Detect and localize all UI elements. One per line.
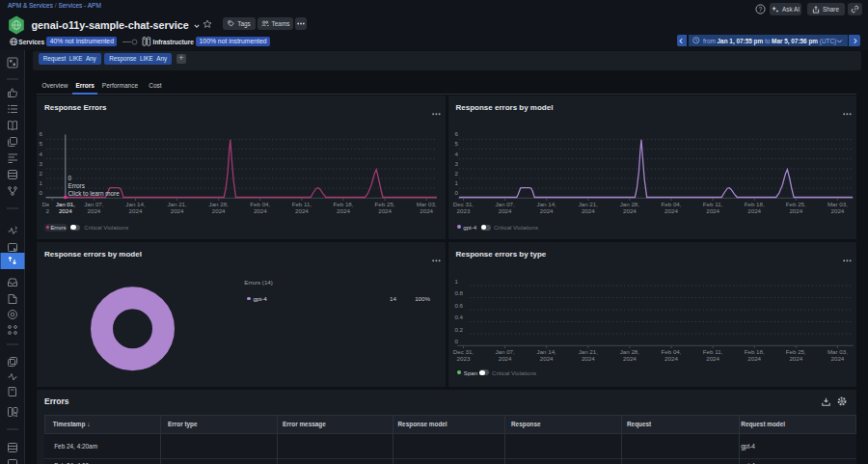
svg-text:0: 0	[68, 175, 72, 181]
svg-text:5: 5	[40, 140, 43, 147]
svg-text:0: 0	[40, 189, 43, 196]
svg-text:6: 6	[40, 130, 43, 137]
svg-text:1: 1	[40, 179, 43, 186]
svg-text:0: 0	[455, 189, 459, 196]
svg-text:6: 6	[455, 130, 459, 137]
svg-text:2: 2	[455, 170, 459, 177]
svg-text:1: 1	[455, 179, 459, 186]
svg-text:0.8: 0.8	[454, 289, 463, 296]
svg-text:Errors: Errors	[68, 182, 85, 189]
svg-text:Click to learn more: Click to learn more	[68, 190, 121, 197]
svg-text:3: 3	[455, 160, 459, 167]
svg-text:3: 3	[40, 160, 43, 167]
svg-text:0.4: 0.4	[454, 314, 463, 320]
svg-text:1: 1	[454, 278, 458, 285]
svg-text:4: 4	[455, 150, 459, 157]
svg-text:0.2: 0.2	[454, 326, 463, 333]
svg-text:4: 4	[40, 150, 43, 157]
svg-text:0.6: 0.6	[454, 302, 463, 309]
svg-text:0: 0	[454, 338, 458, 344]
svg-text:2: 2	[40, 170, 43, 177]
svg-text:5: 5	[455, 140, 459, 147]
